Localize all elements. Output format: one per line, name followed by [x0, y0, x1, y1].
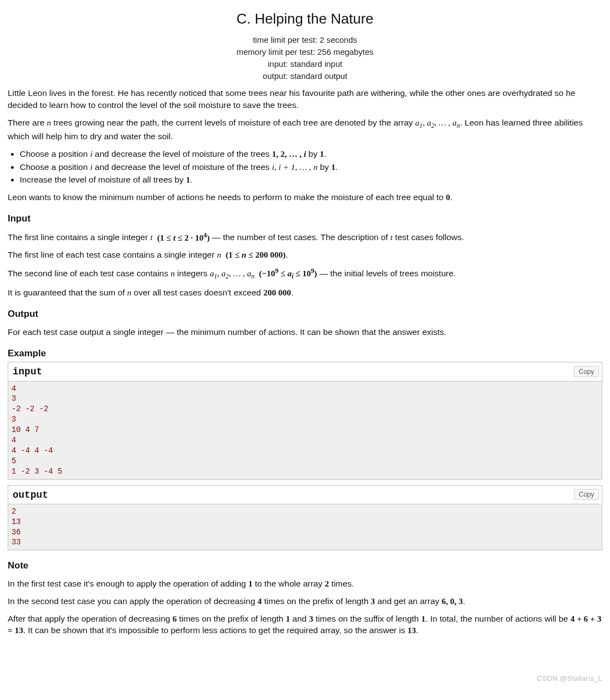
input-heading: Input: [8, 212, 602, 225]
math-range: 1, 2, … , i: [272, 149, 306, 158]
text: times on the prefix of length: [176, 614, 286, 623]
text: — the initial levels of trees moisture.: [317, 269, 455, 278]
text: In the second test case you can apply th…: [8, 596, 258, 606]
example-input-body: 4 3 -2 -2 -2 3 10 4 7 4 4 -4 4 -4 5 1 -2…: [8, 382, 602, 479]
goal-paragraph: Leon wants to know the minimum number of…: [8, 191, 602, 203]
input-paragraph-3: The second line of each test case contai…: [8, 266, 602, 282]
note-paragraph-3: After that apply the operation of decrea…: [8, 613, 602, 636]
math-three: 3: [309, 614, 313, 623]
example-output-block: output Copy 2 13 36 33: [8, 485, 602, 551]
text: .: [190, 175, 192, 184]
output-heading: Output: [8, 308, 602, 321]
input-paragraph-1: The first line contains a single integer…: [8, 230, 602, 243]
note-paragraph-2: In the second test case you can apply th…: [8, 595, 602, 607]
text: to the whole array: [253, 579, 325, 588]
text: and get an array: [375, 596, 442, 606]
text: integers: [175, 269, 210, 278]
text: and decrease the level of moisture of th…: [93, 162, 272, 172]
copy-output-button[interactable]: Copy: [574, 489, 599, 500]
abilities-list: Choose a position i and decrease the lev…: [20, 148, 602, 186]
text: — the number of test cases. The descript…: [210, 233, 391, 242]
math-range: i, i + 1, … , n: [272, 162, 317, 172]
text: Choose a position: [20, 149, 90, 158]
text: .: [324, 149, 326, 158]
memory-limit: memory limit per test: 256 megabytes: [8, 46, 602, 58]
ability-increase-all: Increase the level of moisture of all tr…: [20, 174, 602, 186]
math-n: n: [127, 288, 132, 297]
math-a-bounds: (−109 ≤ ai ≤ 109): [257, 269, 317, 278]
example-heading: Example: [8, 347, 602, 360]
text: Leon wants to know the minimum number of…: [8, 192, 446, 202]
text: and: [290, 614, 309, 623]
note-paragraph-1: In the first test case it's enough to ap…: [8, 578, 602, 590]
text: After that apply the operation of decrea…: [8, 614, 173, 623]
math-n-sum: 200 000: [264, 288, 291, 297]
time-limit: time limit per test: 2 seconds: [8, 34, 602, 45]
copy-input-button[interactable]: Copy: [574, 366, 599, 377]
text: by: [317, 162, 331, 172]
ability-prefix-decrease: Choose a position i and decrease the lev…: [20, 148, 602, 160]
intro-paragraph-2: There are n trees growing near the path,…: [8, 117, 602, 143]
text: and decrease the level of moisture of th…: [93, 149, 272, 158]
text: .: [335, 162, 338, 172]
input-paragraph-2: The first line of each test case contain…: [8, 249, 602, 261]
output-mode: output: standard output: [8, 70, 602, 82]
ability-suffix-decrease: Choose a position i and decrease the lev…: [20, 161, 602, 173]
math-t-bounds: (1 ≤ t ≤ 2 · 104): [155, 233, 210, 242]
example-output-label: output: [13, 490, 48, 500]
text: times on the suffix of length: [313, 614, 421, 623]
text: .: [286, 250, 288, 259]
text: The first line of each test case contain…: [8, 250, 217, 259]
math-one: 1: [186, 175, 190, 184]
math-thirteen: 13: [408, 625, 417, 635]
text: Increase the level of moisture of all tr…: [20, 175, 186, 184]
output-paragraph: For each test case output a single integ…: [8, 326, 602, 338]
math-t: t: [150, 233, 152, 242]
math-array-a: a1, a2, … , an: [210, 269, 255, 278]
text: .: [416, 625, 418, 635]
math-one: 1: [248, 579, 253, 588]
input-mode: input: standard input: [8, 58, 602, 70]
example-input-header: input Copy: [8, 362, 602, 381]
problem-title: C. Helping the Nature: [8, 9, 602, 29]
text: times.: [329, 579, 354, 588]
text: The second line of each test case contai…: [8, 269, 170, 278]
text: It is guaranteed that the sum of: [8, 288, 127, 297]
text: .: [291, 288, 293, 297]
math-array-603: 6, 0, 3: [442, 596, 463, 606]
example-input-block: input Copy 4 3 -2 -2 -2 3 10 4 7 4 4 -4 …: [8, 362, 602, 479]
text: times on the prefix of length: [262, 596, 371, 606]
text: Choose a position: [20, 162, 90, 172]
text: test cases follows.: [393, 233, 464, 242]
text: The first line contains a single integer: [8, 233, 150, 242]
text: . It can be shown that it's impossible t…: [23, 625, 407, 635]
math-n: n: [217, 250, 221, 259]
text: .: [450, 192, 452, 202]
input-paragraph-4: It is guaranteed that the sum of n over …: [8, 287, 602, 299]
intro-paragraph-1: Little Leon lives in the forest. He has …: [8, 87, 602, 111]
text: by: [306, 149, 320, 158]
math-n: n: [170, 269, 175, 278]
math-four: 4: [258, 596, 262, 606]
math-array-a: a1, a2, … , an: [415, 118, 460, 127]
math-one: 1: [331, 162, 335, 172]
example-output-body: 2 13 36 33: [8, 504, 602, 550]
example-output-header: output Copy: [8, 486, 602, 504]
text: . In total, the number of actions will b…: [425, 614, 571, 623]
text: In the first test case it's enough to ap…: [8, 579, 248, 588]
math-n-bounds: (1 ≤ n ≤ 200 000): [224, 250, 286, 259]
example-input-label: input: [13, 366, 42, 377]
text: .: [463, 596, 465, 606]
note-heading: Note: [8, 559, 602, 572]
text: over all test cases doesn't exceed: [132, 288, 264, 297]
text: trees growing near the path, the current…: [51, 118, 415, 127]
text: There are: [8, 118, 47, 127]
